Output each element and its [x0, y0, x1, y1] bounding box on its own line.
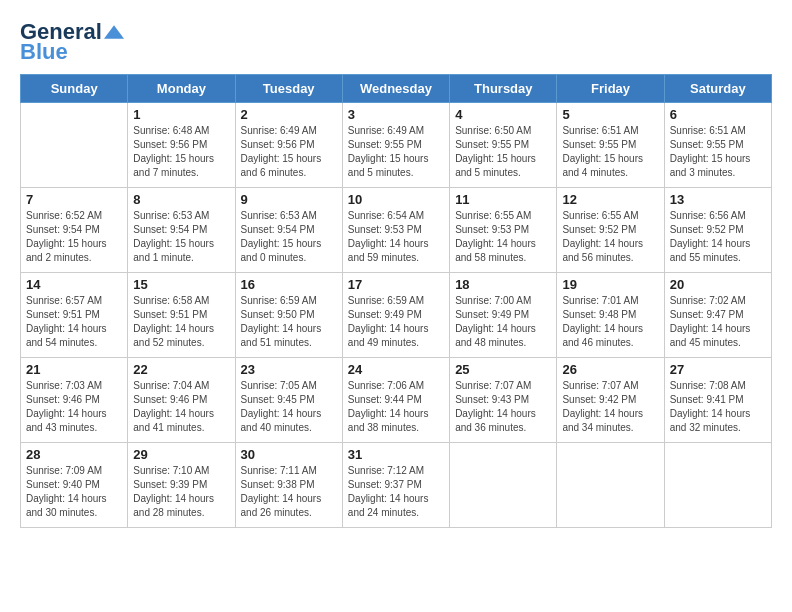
sunset-text: Sunset: 9:41 PM	[670, 393, 766, 407]
calendar-cell: 31 Sunrise: 7:12 AM Sunset: 9:37 PM Dayl…	[342, 443, 449, 528]
sunrise-text: Sunrise: 6:49 AM	[348, 124, 444, 138]
calendar-cell: 15 Sunrise: 6:58 AM Sunset: 9:51 PM Dayl…	[128, 273, 235, 358]
calendar-cell: 22 Sunrise: 7:04 AM Sunset: 9:46 PM Dayl…	[128, 358, 235, 443]
sunset-text: Sunset: 9:48 PM	[562, 308, 658, 322]
sunrise-text: Sunrise: 6:58 AM	[133, 294, 229, 308]
weekday-header: Saturday	[664, 75, 771, 103]
sunrise-text: Sunrise: 7:09 AM	[26, 464, 122, 478]
sunrise-text: Sunrise: 6:54 AM	[348, 209, 444, 223]
calendar-cell: 9 Sunrise: 6:53 AM Sunset: 9:54 PM Dayli…	[235, 188, 342, 273]
daylight-text: Daylight: 14 hours and 40 minutes.	[241, 407, 337, 435]
daylight-text: Daylight: 15 hours and 6 minutes.	[241, 152, 337, 180]
calendar-cell: 29 Sunrise: 7:10 AM Sunset: 9:39 PM Dayl…	[128, 443, 235, 528]
sunset-text: Sunset: 9:46 PM	[133, 393, 229, 407]
day-info: Sunrise: 6:57 AM Sunset: 9:51 PM Dayligh…	[26, 294, 122, 350]
calendar-cell	[21, 103, 128, 188]
sunset-text: Sunset: 9:55 PM	[670, 138, 766, 152]
day-info: Sunrise: 6:56 AM Sunset: 9:52 PM Dayligh…	[670, 209, 766, 265]
day-number: 28	[26, 447, 122, 462]
sunrise-text: Sunrise: 6:49 AM	[241, 124, 337, 138]
daylight-text: Daylight: 14 hours and 38 minutes.	[348, 407, 444, 435]
sunrise-text: Sunrise: 6:51 AM	[670, 124, 766, 138]
sunset-text: Sunset: 9:49 PM	[348, 308, 444, 322]
sunrise-text: Sunrise: 7:06 AM	[348, 379, 444, 393]
day-number: 30	[241, 447, 337, 462]
sunset-text: Sunset: 9:43 PM	[455, 393, 551, 407]
sunset-text: Sunset: 9:39 PM	[133, 478, 229, 492]
day-number: 1	[133, 107, 229, 122]
day-number: 22	[133, 362, 229, 377]
calendar-week-row: 1 Sunrise: 6:48 AM Sunset: 9:56 PM Dayli…	[21, 103, 772, 188]
day-number: 31	[348, 447, 444, 462]
day-number: 15	[133, 277, 229, 292]
sunset-text: Sunset: 9:51 PM	[26, 308, 122, 322]
daylight-text: Daylight: 14 hours and 51 minutes.	[241, 322, 337, 350]
daylight-text: Daylight: 14 hours and 24 minutes.	[348, 492, 444, 520]
day-info: Sunrise: 7:06 AM Sunset: 9:44 PM Dayligh…	[348, 379, 444, 435]
sunset-text: Sunset: 9:37 PM	[348, 478, 444, 492]
day-info: Sunrise: 7:12 AM Sunset: 9:37 PM Dayligh…	[348, 464, 444, 520]
sunset-text: Sunset: 9:47 PM	[670, 308, 766, 322]
sunset-text: Sunset: 9:49 PM	[455, 308, 551, 322]
sunrise-text: Sunrise: 6:52 AM	[26, 209, 122, 223]
sunrise-text: Sunrise: 7:08 AM	[670, 379, 766, 393]
day-number: 17	[348, 277, 444, 292]
sunrise-text: Sunrise: 6:53 AM	[241, 209, 337, 223]
daylight-text: Daylight: 15 hours and 2 minutes.	[26, 237, 122, 265]
daylight-text: Daylight: 14 hours and 46 minutes.	[562, 322, 658, 350]
day-info: Sunrise: 6:55 AM Sunset: 9:53 PM Dayligh…	[455, 209, 551, 265]
calendar-cell: 26 Sunrise: 7:07 AM Sunset: 9:42 PM Dayl…	[557, 358, 664, 443]
calendar-cell	[450, 443, 557, 528]
calendar-cell: 8 Sunrise: 6:53 AM Sunset: 9:54 PM Dayli…	[128, 188, 235, 273]
day-number: 11	[455, 192, 551, 207]
day-number: 29	[133, 447, 229, 462]
day-info: Sunrise: 6:53 AM Sunset: 9:54 PM Dayligh…	[241, 209, 337, 265]
day-info: Sunrise: 6:58 AM Sunset: 9:51 PM Dayligh…	[133, 294, 229, 350]
daylight-text: Daylight: 15 hours and 4 minutes.	[562, 152, 658, 180]
day-info: Sunrise: 6:49 AM Sunset: 9:56 PM Dayligh…	[241, 124, 337, 180]
sunrise-text: Sunrise: 6:56 AM	[670, 209, 766, 223]
day-info: Sunrise: 7:02 AM Sunset: 9:47 PM Dayligh…	[670, 294, 766, 350]
day-info: Sunrise: 6:52 AM Sunset: 9:54 PM Dayligh…	[26, 209, 122, 265]
sunset-text: Sunset: 9:52 PM	[562, 223, 658, 237]
calendar-cell: 17 Sunrise: 6:59 AM Sunset: 9:49 PM Dayl…	[342, 273, 449, 358]
day-number: 23	[241, 362, 337, 377]
day-number: 12	[562, 192, 658, 207]
day-info: Sunrise: 6:49 AM Sunset: 9:55 PM Dayligh…	[348, 124, 444, 180]
sunrise-text: Sunrise: 6:53 AM	[133, 209, 229, 223]
calendar-cell: 2 Sunrise: 6:49 AM Sunset: 9:56 PM Dayli…	[235, 103, 342, 188]
daylight-text: Daylight: 14 hours and 56 minutes.	[562, 237, 658, 265]
weekday-header: Thursday	[450, 75, 557, 103]
calendar-cell: 13 Sunrise: 6:56 AM Sunset: 9:52 PM Dayl…	[664, 188, 771, 273]
day-number: 4	[455, 107, 551, 122]
calendar-cell: 25 Sunrise: 7:07 AM Sunset: 9:43 PM Dayl…	[450, 358, 557, 443]
calendar-week-row: 21 Sunrise: 7:03 AM Sunset: 9:46 PM Dayl…	[21, 358, 772, 443]
day-number: 26	[562, 362, 658, 377]
calendar-cell: 19 Sunrise: 7:01 AM Sunset: 9:48 PM Dayl…	[557, 273, 664, 358]
sunrise-text: Sunrise: 7:02 AM	[670, 294, 766, 308]
day-number: 18	[455, 277, 551, 292]
sunset-text: Sunset: 9:52 PM	[670, 223, 766, 237]
daylight-text: Daylight: 14 hours and 43 minutes.	[26, 407, 122, 435]
day-number: 16	[241, 277, 337, 292]
sunrise-text: Sunrise: 7:11 AM	[241, 464, 337, 478]
daylight-text: Daylight: 14 hours and 59 minutes.	[348, 237, 444, 265]
sunrise-text: Sunrise: 6:59 AM	[241, 294, 337, 308]
day-number: 8	[133, 192, 229, 207]
sunset-text: Sunset: 9:40 PM	[26, 478, 122, 492]
sunset-text: Sunset: 9:56 PM	[133, 138, 229, 152]
calendar-cell: 12 Sunrise: 6:55 AM Sunset: 9:52 PM Dayl…	[557, 188, 664, 273]
weekday-header: Wednesday	[342, 75, 449, 103]
day-info: Sunrise: 6:59 AM Sunset: 9:50 PM Dayligh…	[241, 294, 337, 350]
day-number: 6	[670, 107, 766, 122]
day-info: Sunrise: 7:07 AM Sunset: 9:43 PM Dayligh…	[455, 379, 551, 435]
day-info: Sunrise: 6:50 AM Sunset: 9:55 PM Dayligh…	[455, 124, 551, 180]
day-info: Sunrise: 6:51 AM Sunset: 9:55 PM Dayligh…	[562, 124, 658, 180]
day-number: 5	[562, 107, 658, 122]
sunset-text: Sunset: 9:53 PM	[455, 223, 551, 237]
calendar-cell: 3 Sunrise: 6:49 AM Sunset: 9:55 PM Dayli…	[342, 103, 449, 188]
day-number: 2	[241, 107, 337, 122]
daylight-text: Daylight: 15 hours and 5 minutes.	[455, 152, 551, 180]
day-number: 19	[562, 277, 658, 292]
weekday-header: Friday	[557, 75, 664, 103]
